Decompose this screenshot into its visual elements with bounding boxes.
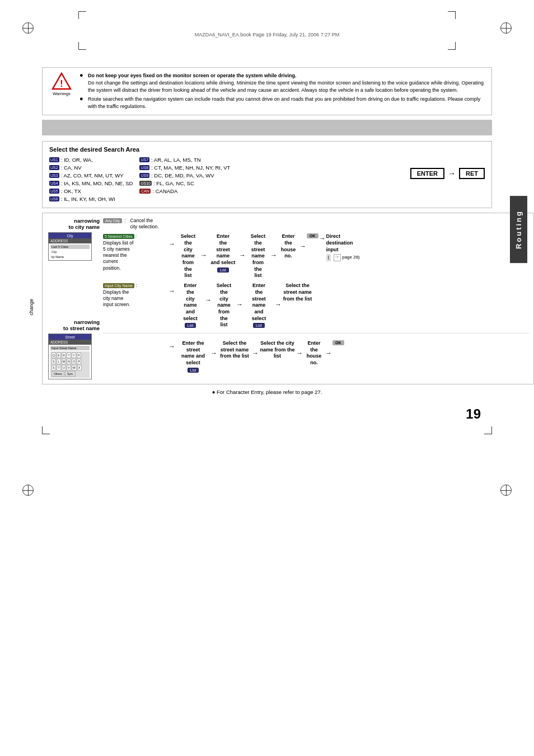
footer-note: ● For Character Entry, please refer to p… bbox=[42, 389, 492, 395]
nearest5-desc: Displays list of 5 city names nearest th… bbox=[103, 240, 133, 271]
nearest5-btn[interactable]: 5 Nearest Cities bbox=[103, 234, 134, 239]
kbd-key-s: S bbox=[51, 359, 56, 364]
flow-sf-enter-house: Enterthehouseno. bbox=[303, 340, 325, 367]
list-btn-sf[interactable]: List bbox=[188, 368, 199, 373]
list-btn-3[interactable]: List bbox=[253, 323, 265, 328]
state-row-us8: US8 : CT, MA, ME, NH, NJ, NY, RI, VT bbox=[139, 165, 230, 171]
kbd-key-w: W bbox=[72, 365, 77, 370]
mockup-street-body: Input Street Name Q E R T Y P bbox=[49, 345, 91, 379]
arr-ic2: → bbox=[205, 283, 212, 304]
arr-sf4: → bbox=[296, 340, 303, 357]
any-city-row: Any City : Cancel the city selection. bbox=[103, 218, 529, 230]
flow-sf-select-street: Select thestreet namefrom the list bbox=[218, 340, 251, 360]
arr6: → bbox=[319, 233, 326, 242]
nearest5-btn-row: 5 Nearest Cities : bbox=[103, 233, 137, 239]
flow-sf-enter-text: Enter thestreetname andselect bbox=[181, 340, 205, 367]
flow-enter-street: Enterthestreetnameand select bbox=[210, 233, 235, 266]
kbd-row-4: Others Sym. bbox=[51, 371, 88, 377]
kbd-key-l: L bbox=[57, 359, 61, 364]
corner-mark-bl2 bbox=[42, 426, 50, 434]
enter-ret-area: ENTER → RET bbox=[410, 157, 485, 179]
page-number-area: 19 bbox=[42, 401, 492, 445]
city-flow-section: Any City : Cancel the city selection. 5 … bbox=[103, 218, 529, 334]
flow-ic-enter-text: Enterthecitynameandselect bbox=[183, 283, 198, 322]
corner-mark-br bbox=[448, 42, 456, 50]
kbd-key-e: E bbox=[57, 353, 61, 358]
warning-box: ! Warnings ● Do not keep your eyes fixed… bbox=[42, 67, 492, 115]
crop-mark-br-circle bbox=[500, 485, 512, 496]
ok-btn-sf[interactable]: OK bbox=[332, 340, 344, 345]
state-row-us2: US2 : CA, NV bbox=[49, 165, 133, 171]
state-col-2: US7 : AR, AL, LA, MS, TN US8 : CT, MA, M… bbox=[139, 157, 230, 202]
street-narrowing-label: narrowing to street name Street ADDRESS … bbox=[47, 319, 103, 379]
us1-states: : ID, OR, WA, bbox=[61, 157, 93, 163]
any-city-btn[interactable]: Any City bbox=[103, 218, 122, 223]
arr-ic1: → bbox=[168, 283, 175, 295]
arr-ic4: → bbox=[275, 283, 282, 308]
kbd-key-x: X bbox=[77, 365, 82, 370]
can-badge: CAN bbox=[139, 189, 151, 194]
flow-sf-select-city: Select the cityname from thelist bbox=[259, 340, 296, 360]
state-row-us1: US1 : ID, OR, WA, bbox=[49, 157, 133, 163]
us10-badge: US10 bbox=[139, 181, 152, 186]
kbd-key-p: P bbox=[77, 353, 81, 358]
inputcity-row: Input City Name : Displays the city name… bbox=[103, 283, 529, 328]
ok-btn[interactable]: OK bbox=[307, 233, 318, 238]
state-row-us3: US3 : AZ, CO, MT, NM, UT, WY bbox=[49, 172, 133, 179]
routing-label: Routing bbox=[510, 196, 527, 263]
nearest5-flow: Selectthecitynamefromthelist → Enterthes… bbox=[176, 233, 360, 279]
cancel-desc1: Cancel the bbox=[130, 218, 153, 223]
kbd-key-v: V bbox=[67, 365, 71, 370]
nearest5-row: 5 Nearest Cities : Displays list of 5 ci… bbox=[103, 233, 529, 279]
search-area-section: Select the desired Search Area US1 : ID,… bbox=[42, 141, 492, 208]
flow-enter-house: Enterthehouseno. bbox=[278, 233, 299, 260]
inputcity-flow: Enterthecitynameandselect List → Selectt… bbox=[176, 283, 313, 328]
us8-states: : CT, MA, ME, NH, NJ, NY, RI, VT bbox=[151, 165, 230, 171]
mockup-street-addr: ADDRESS bbox=[49, 340, 91, 345]
flow-ic-select-city: Selectthecitynamefromthelist bbox=[212, 283, 236, 328]
flow-enter-street-col: Enterthestreetnameand select List bbox=[208, 233, 238, 272]
flow-ic-enter-street: Enterthestreetnameandselect List bbox=[243, 283, 274, 328]
cancel-desc2: city selection. bbox=[130, 224, 159, 229]
us4-states: : IA, KS, MN, MO, ND, NE, SD bbox=[61, 180, 133, 186]
bullet-2: ● bbox=[79, 96, 85, 110]
gray-band bbox=[42, 120, 492, 135]
us1-badge: US1 bbox=[49, 157, 59, 162]
corner-mark-bl bbox=[78, 42, 86, 50]
inputcity-desc: Displays the city name input screen. bbox=[103, 289, 130, 308]
colon-any-city: : bbox=[124, 218, 126, 223]
any-city-desc: Cancel the city selection. bbox=[130, 218, 159, 230]
enter-button[interactable]: ENTER bbox=[410, 168, 444, 179]
colon-nearest5: : bbox=[135, 233, 137, 239]
mockup-byname-item: by Name bbox=[50, 255, 90, 259]
arr1: → bbox=[168, 233, 175, 248]
inputcity-btn[interactable]: Input City Name bbox=[103, 283, 134, 288]
flow-ic-enter-city: Enterthecitynameandselect List bbox=[176, 283, 204, 328]
mockup-city-body: Last 5 Cities City by Name bbox=[49, 243, 91, 260]
routing-sidebar: Routing bbox=[503, 196, 534, 263]
bottom-margin bbox=[0, 451, 534, 518]
flow-ic-enter-street-text: Enterthestreetnameandselect bbox=[252, 283, 266, 322]
flow-select-city: Selectthecitynamefromthelist bbox=[176, 233, 200, 279]
ret-button[interactable]: RET bbox=[459, 168, 485, 179]
kbd-key-q: Q bbox=[51, 353, 56, 358]
kbd-key-n: N bbox=[67, 359, 71, 364]
narrowing-city-title2: to city name bbox=[47, 224, 103, 230]
narrowing-city-title1: narrowing bbox=[47, 218, 103, 224]
state-row-us9: US9 : DC, DE, MD, PA, VA, WV bbox=[139, 172, 230, 179]
kbd-key-p2: P bbox=[77, 359, 81, 364]
search-area-title: Select the desired Search Area bbox=[49, 146, 485, 153]
warning-bold-text: Do not keep your eyes fixed on the monit… bbox=[88, 73, 297, 78]
state-columns-left: US1 : ID, OR, WA, US2 : CA, NV US3 : AZ,… bbox=[49, 157, 399, 202]
any-city-start: Any City : bbox=[103, 218, 126, 223]
flow-ic-select-street: Select thestreet namefrom the list bbox=[282, 283, 313, 302]
flow-content: Any City : Cancel the city selection. 5 … bbox=[103, 218, 529, 379]
kbd-key-y: Y bbox=[72, 353, 76, 358]
kbd-row-2: S L M N O P bbox=[51, 359, 88, 364]
list-btn-1[interactable]: List bbox=[217, 267, 229, 273]
narrowing-street-title1: narrowing bbox=[47, 319, 103, 325]
warning-content: ● Do not keep your eyes fixed on the mon… bbox=[79, 72, 486, 110]
arr-sf2: → bbox=[210, 340, 217, 357]
list-btn-2[interactable]: List bbox=[185, 323, 196, 328]
char-entry-note: ● For Character Entry, please refer to p… bbox=[212, 389, 322, 395]
